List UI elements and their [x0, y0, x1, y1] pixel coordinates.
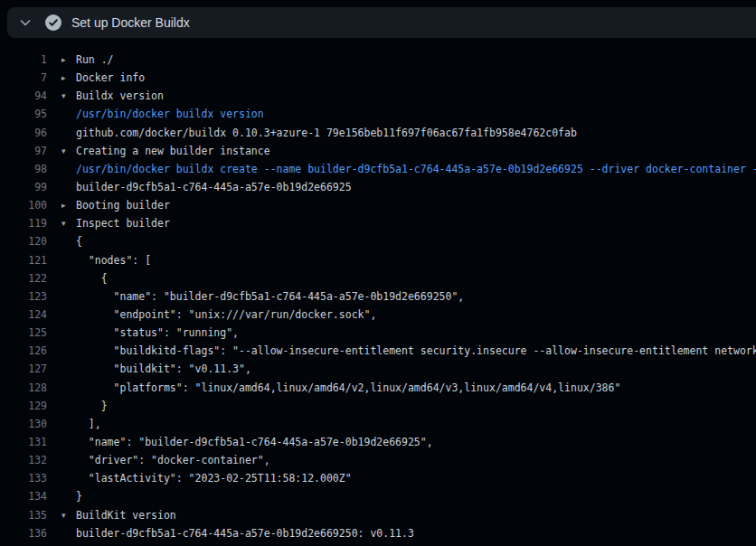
line-number[interactable]: 96 — [0, 124, 47, 142]
line-number[interactable]: 136 — [0, 524, 47, 542]
line-number[interactable]: 1 — [0, 51, 47, 69]
line-number[interactable]: 97 — [0, 142, 47, 160]
output-text: "buildkitd-flags": "--allow-insecure-ent… — [76, 342, 756, 360]
output-text: github.com/docker/buildx 0.10.3+azure-1 … — [76, 124, 577, 142]
triangle-down-icon[interactable]: ▾ — [61, 506, 76, 524]
line-body: { — [47, 232, 82, 250]
line-number[interactable]: 133 — [0, 469, 47, 487]
log-line-96: 96github.com/docker/buildx 0.10.3+azure-… — [0, 124, 756, 142]
command-text: /usr/bin/docker buildx version — [76, 105, 264, 123]
log-line-7[interactable]: 7▸Docker info — [0, 69, 756, 87]
log-line-131: 131 "name": "builder-d9cfb5a1-c764-445a-… — [0, 433, 756, 451]
output-text: "lastActivity": "2023-02-25T11:58:12.000… — [76, 469, 352, 487]
log-line-100[interactable]: 100▸Booting builder — [0, 196, 756, 214]
output-text: "nodes": [ — [76, 251, 151, 269]
chevron-down-icon[interactable] — [18, 15, 33, 30]
indent-spacer — [61, 124, 76, 142]
indent-spacer — [61, 451, 76, 469]
line-number[interactable]: 121 — [0, 251, 47, 269]
line-number[interactable]: 120 — [0, 232, 47, 250]
output-text: "driver": "docker-container", — [76, 451, 270, 469]
line-body: } — [47, 487, 82, 505]
line-body: "lastActivity": "2023-02-25T11:58:12.000… — [47, 469, 352, 487]
line-body: /usr/bin/docker buildx version — [47, 105, 264, 123]
log-line-95: 95/usr/bin/docker buildx version — [0, 105, 756, 123]
line-body: "nodes": [ — [47, 251, 151, 269]
group-title: Docker info — [76, 69, 145, 87]
triangle-right-icon[interactable]: ▸ — [61, 51, 76, 69]
indent-spacer — [61, 524, 76, 542]
log-line-130: 130 ], — [0, 415, 756, 433]
log-line-121: 121 "nodes": [ — [0, 251, 756, 269]
triangle-down-icon[interactable]: ▾ — [61, 87, 76, 105]
line-body: "name": "builder-d9cfb5a1-c764-445a-a57e… — [47, 433, 433, 451]
line-number[interactable]: 125 — [0, 324, 47, 342]
indent-spacer — [61, 269, 76, 287]
group-title: Buildx version — [76, 87, 164, 105]
log-line-120: 120{ — [0, 232, 756, 250]
line-number[interactable]: 128 — [0, 379, 47, 397]
line-body: ], — [47, 415, 101, 433]
indent-spacer — [61, 415, 76, 433]
line-number[interactable]: 98 — [0, 160, 47, 178]
log-line-97[interactable]: 97▾Creating a new builder instance — [0, 142, 756, 160]
triangle-down-icon[interactable]: ▾ — [61, 142, 76, 160]
output-text: "name": "builder-d9cfb5a1-c764-445a-a57e… — [76, 433, 433, 451]
line-body: builder-d9cfb5a1-c764-445a-a57e-0b19d2e6… — [47, 524, 414, 542]
line-number[interactable]: 132 — [0, 451, 47, 469]
line-number[interactable]: 129 — [0, 397, 47, 415]
line-body: builder-d9cfb5a1-c764-445a-a57e-0b19d2e6… — [47, 178, 352, 196]
line-number[interactable]: 126 — [0, 342, 47, 360]
actions-log-viewer: Set up Docker Buildx 1▸Run ./7▸Docker in… — [0, 0, 756, 546]
step-header[interactable]: Set up Docker Buildx — [7, 7, 756, 38]
line-number[interactable]: 135 — [0, 506, 47, 524]
line-body: "buildkit": "v0.11.3", — [47, 360, 251, 378]
output-text: "status": "running", — [76, 324, 239, 342]
output-text: "endpoint": "unix:///var/run/docker.sock… — [76, 306, 376, 324]
indent-spacer — [61, 342, 76, 360]
line-body: ▾Creating a new builder instance — [47, 142, 270, 160]
line-body: ▸Docker info — [47, 69, 145, 87]
log-line-98: 98/usr/bin/docker buildx create --name b… — [0, 160, 756, 178]
line-body: ▸Booting builder — [47, 196, 170, 214]
line-body: ▸Run ./ — [47, 51, 114, 69]
output-text: "platforms": "linux/amd64,linux/amd64/v2… — [76, 379, 620, 397]
step-title: Set up Docker Buildx — [71, 15, 190, 30]
line-number[interactable]: 99 — [0, 178, 47, 196]
line-number[interactable]: 122 — [0, 269, 47, 287]
output-text: "name": "builder-d9cfb5a1-c764-445a-a57e… — [76, 287, 464, 306]
indent-spacer — [61, 379, 76, 397]
check-circle-icon — [45, 14, 61, 31]
log-line-94[interactable]: 94▾Buildx version — [0, 87, 756, 105]
log-line-122: 122 { — [0, 269, 756, 287]
line-number[interactable]: 134 — [0, 487, 47, 505]
line-number[interactable]: 124 — [0, 306, 47, 324]
indent-spacer — [61, 105, 76, 123]
log-output[interactable]: 1▸Run ./7▸Docker info94▾Buildx version95… — [0, 51, 756, 542]
indent-spacer — [61, 324, 76, 342]
log-line-1[interactable]: 1▸Run ./ — [0, 51, 756, 69]
line-number[interactable]: 123 — [0, 287, 47, 306]
line-number[interactable]: 94 — [0, 87, 47, 105]
line-number[interactable]: 130 — [0, 415, 47, 433]
log-line-119[interactable]: 119▾Inspect builder — [0, 214, 756, 232]
line-number[interactable]: 127 — [0, 360, 47, 378]
output-text: ], — [76, 415, 101, 433]
line-number[interactable]: 95 — [0, 105, 47, 123]
group-title: Booting builder — [76, 196, 170, 214]
indent-spacer — [61, 232, 76, 250]
line-number[interactable]: 119 — [0, 214, 47, 232]
line-number[interactable]: 7 — [0, 69, 47, 87]
indent-spacer — [61, 160, 76, 178]
group-title: Inspect builder — [76, 214, 170, 232]
triangle-right-icon[interactable]: ▸ — [61, 69, 76, 87]
line-number[interactable]: 100 — [0, 196, 47, 214]
line-body: "name": "builder-d9cfb5a1-c764-445a-a57e… — [47, 287, 464, 306]
line-number[interactable]: 131 — [0, 433, 47, 451]
log-line-124: 124 "endpoint": "unix:///var/run/docker.… — [0, 306, 756, 324]
triangle-right-icon[interactable]: ▸ — [61, 196, 76, 214]
log-line-135[interactable]: 135▾BuildKit version — [0, 506, 756, 524]
triangle-down-icon[interactable]: ▾ — [61, 214, 76, 232]
line-body: "endpoint": "unix:///var/run/docker.sock… — [47, 306, 376, 324]
indent-spacer — [61, 397, 76, 415]
